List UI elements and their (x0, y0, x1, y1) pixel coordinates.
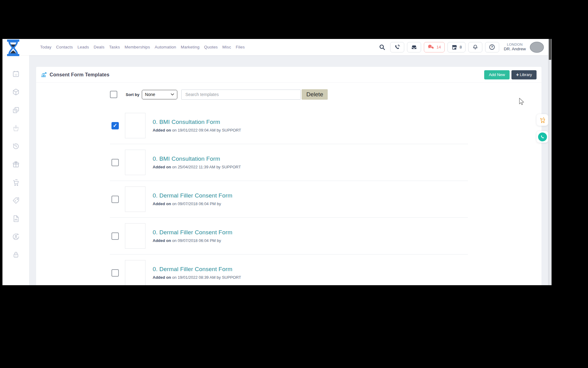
template-checkbox[interactable] (111, 196, 119, 203)
nav-item-automation[interactable]: Automation (155, 45, 176, 49)
floating-phone-button[interactable] (537, 131, 548, 143)
sidebar-item-gifts[interactable] (12, 160, 20, 168)
header-actions: Add New +Library (484, 70, 537, 79)
left-sidebar: 12 (2, 55, 29, 285)
nav-item-files[interactable]: Files (236, 45, 245, 49)
template-checkbox[interactable] (111, 232, 119, 240)
nav-item-marketing[interactable]: Marketing (181, 45, 199, 49)
sidebar-item-reports[interactable] (12, 215, 20, 223)
phone-bubble (538, 132, 547, 141)
store-button[interactable]: 8 (447, 42, 466, 52)
sidebar-item-security[interactable] (12, 251, 20, 259)
app-logo[interactable] (6, 39, 20, 56)
floating-cart-button[interactable] (537, 114, 548, 126)
template-checkbox[interactable] (111, 159, 119, 166)
cart-icon (539, 117, 546, 124)
template-title-link[interactable]: 0. Dermal Filler Consent Form (153, 266, 232, 273)
template-row: 0. BMI Consultation Form Added on on 19/… (110, 107, 468, 144)
store-count-badge: 8 (460, 45, 462, 49)
template-thumbnail[interactable] (125, 186, 145, 212)
basket-download-icon (12, 124, 20, 132)
template-title-link[interactable]: 0. Dermal Filler Consent Form (153, 192, 232, 199)
cart-icon (12, 178, 20, 186)
nav-item-leads[interactable]: Leads (77, 45, 89, 49)
phone-icon (394, 44, 400, 50)
top-header-bar: Today Contacts Leads Deals Tasks Members… (2, 39, 552, 55)
delete-button[interactable]: Delete (302, 89, 328, 100)
library-button-label: Library (520, 72, 532, 77)
report-document-icon (12, 215, 20, 223)
sort-select[interactable]: None (142, 90, 177, 99)
gift-icon (12, 160, 20, 168)
chevron-down-icon (171, 93, 174, 96)
template-thumbnail[interactable] (125, 150, 145, 175)
avatar[interactable] (530, 42, 544, 53)
notifications-button[interactable] (468, 42, 482, 52)
vertical-scrollbar[interactable] (548, 39, 552, 285)
nav-item-quotes[interactable]: Quotes (204, 45, 218, 49)
chat-messages-button[interactable]: 14 (424, 42, 444, 52)
template-row: 0. Dermal Filler Consent Form Added on o… (110, 218, 468, 255)
user-info[interactable]: LONDON DR. Andrew (504, 42, 526, 52)
template-thumbnail[interactable] (125, 223, 145, 249)
topbar-right-cluster: 14 8 ? (378, 39, 544, 55)
phone-calls-button[interactable] (390, 42, 404, 52)
nav-item-deals[interactable]: Deals (94, 45, 105, 49)
page-title-text: Consent Form Templates (50, 72, 109, 78)
svg-text:12: 12 (14, 73, 17, 76)
template-checkbox[interactable] (111, 122, 119, 129)
user-location: LONDON (504, 42, 526, 47)
sidebar-item-orders[interactable] (12, 124, 20, 132)
library-button[interactable]: +Library (511, 70, 537, 79)
nav-item-contacts[interactable]: Contacts (56, 45, 73, 49)
sidebar-item-products[interactable] (12, 88, 20, 96)
nav-item-misc[interactable]: Misc (222, 45, 231, 49)
templates-card: Consent Form Templates Add New +Library … (36, 67, 541, 285)
template-added-info: Added on on 19/01/2022 08:39 AM by SUPPO… (153, 275, 241, 280)
main-nav: Today Contacts Leads Deals Tasks Members… (40, 45, 245, 49)
plus-icon: + (516, 72, 519, 78)
store-icon (451, 44, 458, 50)
list-toolbar: Sort by None Delete (110, 89, 468, 100)
select-all-checkbox[interactable] (110, 91, 117, 98)
lock-icon (12, 251, 20, 259)
sidebar-item-user-sync[interactable] (12, 233, 20, 241)
nav-item-memberships[interactable]: Memberships (125, 45, 150, 49)
template-added-info: Added on on 25/04/2022 11:39 AM by SUPPO… (153, 165, 241, 169)
template-checkbox[interactable] (111, 269, 119, 277)
help-button[interactable]: ? (485, 42, 499, 52)
app-window: Today Contacts Leads Deals Tasks Members… (2, 39, 552, 285)
floating-buttons (537, 114, 548, 143)
add-new-button[interactable]: Add New (484, 70, 510, 79)
template-thumbnail[interactable] (125, 113, 145, 138)
svg-text:$: $ (15, 199, 16, 202)
template-row: 0. Dermal Filler Consent Form Added on o… (110, 255, 468, 285)
svg-text:?: ? (491, 45, 493, 49)
user-sync-icon (12, 233, 20, 241)
question-icon: ? (489, 44, 495, 50)
sidebar-item-pricing[interactable]: $ (12, 197, 20, 205)
nav-item-today[interactable]: Today (40, 45, 51, 49)
nav-item-tasks[interactable]: Tasks (109, 45, 120, 49)
template-title-link[interactable]: 0. Dermal Filler Consent Form (153, 229, 232, 236)
sort-select-value: None (145, 92, 155, 97)
chart-title-icon (41, 72, 47, 78)
chat-bubbles-icon (428, 44, 434, 50)
template-row: 0. BMI Consultation Form Added on on 25/… (110, 144, 468, 181)
sidebar-item-calendar[interactable]: 12 (12, 70, 20, 78)
bell-icon (472, 44, 478, 50)
template-title-link[interactable]: 0. BMI Consultation Form (153, 155, 220, 162)
scrollbar-thumb[interactable] (549, 39, 551, 60)
phone-icon (540, 135, 545, 139)
template-added-info: Added on on 19/01/2022 09:04 AM by SUPPO… (153, 128, 241, 132)
search-templates-input[interactable] (181, 90, 301, 100)
sidebar-item-cart[interactable] (12, 178, 20, 186)
template-title-link[interactable]: 0. BMI Consultation Form (153, 119, 220, 125)
sidebar-item-history[interactable] (12, 142, 20, 150)
sidebar-item-duplicates[interactable] (12, 106, 20, 114)
inbox-button[interactable] (407, 42, 421, 52)
inbox-icon (411, 44, 417, 50)
template-thumbnail[interactable] (125, 260, 145, 285)
card-header: Consent Form Templates Add New +Library (36, 67, 541, 83)
search-button[interactable] (378, 43, 387, 52)
